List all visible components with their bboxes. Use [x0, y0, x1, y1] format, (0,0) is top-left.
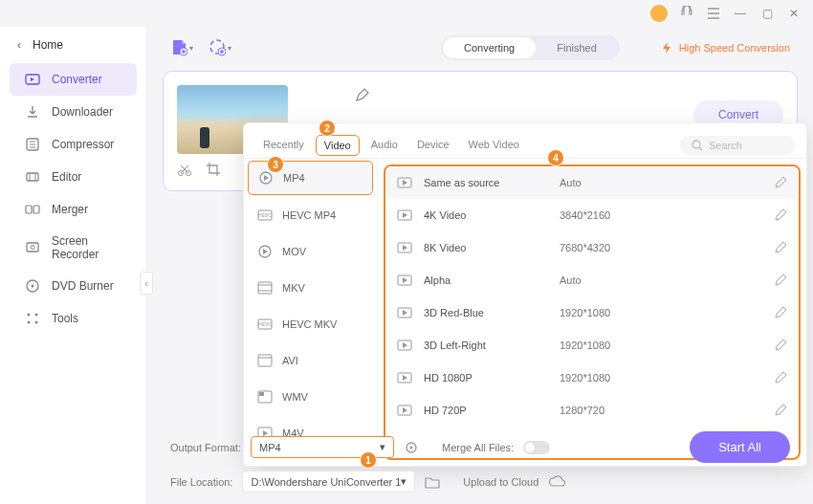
- video-icon: [397, 274, 412, 286]
- edit-preset-icon[interactable]: [774, 404, 787, 417]
- format-hevc-mp4[interactable]: HEVCHEVC MP4: [244, 197, 377, 233]
- avatar[interactable]: [650, 5, 668, 22]
- tab-device[interactable]: Device: [409, 133, 457, 158]
- edit-preset-icon[interactable]: [774, 176, 787, 189]
- svg-point-10: [35, 314, 38, 317]
- video-icon: [397, 372, 412, 383]
- sidebar-item-label: DVD Burner: [52, 279, 114, 293]
- preset-row[interactable]: AlphaAuto: [385, 264, 799, 296]
- sidebar-item-label: Editor: [52, 170, 81, 184]
- tab-converting[interactable]: Converting: [443, 37, 536, 58]
- format-mov[interactable]: MOV: [244, 233, 377, 270]
- back-icon[interactable]: ‹: [17, 38, 21, 52]
- edit-preset-icon[interactable]: [774, 208, 787, 222]
- sidebar-item-merger[interactable]: Merger: [10, 193, 137, 226]
- sidebar-item-downloader[interactable]: Downloader: [10, 96, 137, 128]
- merge-toggle[interactable]: [523, 441, 550, 454]
- upload-cloud-label: Upload to Cloud: [463, 476, 538, 488]
- svg-text:HEVC: HEVC: [258, 212, 272, 218]
- sidebar-item-label: Downloader: [52, 105, 113, 119]
- minimize-button[interactable]: —: [733, 6, 748, 21]
- mp4-icon: [258, 170, 274, 186]
- preset-row[interactable]: 3D Left-Right1920*1080: [385, 329, 799, 362]
- sidebar-item-label: Screen Recorder: [52, 234, 121, 261]
- svg-rect-23: [258, 282, 272, 294]
- sidebar-item-label: Converter: [52, 73, 102, 86]
- tab-web-video[interactable]: Web Video: [461, 133, 527, 158]
- sidebar-item-dvd-burner[interactable]: DVD Burner: [10, 270, 137, 302]
- video-icon: [397, 209, 412, 221]
- edit-preset-icon[interactable]: [774, 371, 787, 384]
- cloud-icon[interactable]: [548, 475, 565, 489]
- video-icon: [397, 340, 412, 351]
- menu-icon[interactable]: [706, 6, 721, 21]
- edit-title-icon[interactable]: [355, 87, 370, 102]
- hevc-mkv-icon: HEVC: [257, 317, 273, 332]
- format-mkv[interactable]: MKV: [244, 270, 377, 306]
- video-icon: [397, 242, 412, 253]
- search-input[interactable]: Search: [680, 136, 795, 155]
- tab-recently[interactable]: Recently: [255, 133, 312, 158]
- crop-icon[interactable]: [206, 162, 221, 177]
- annotation-1: 1: [360, 451, 377, 469]
- edit-preset-icon[interactable]: [774, 274, 787, 287]
- preset-row[interactable]: HD 720P1280*720: [385, 394, 799, 427]
- annotation-2: 2: [319, 120, 336, 137]
- edit-preset-icon[interactable]: [774, 241, 787, 254]
- file-location-select[interactable]: D:\Wondershare UniConverter 1▾: [242, 471, 415, 493]
- preset-row[interactable]: 3D Red-Blue1920*1080: [385, 296, 799, 329]
- start-all-button[interactable]: Start All: [690, 431, 790, 463]
- recorder-icon: [25, 240, 40, 255]
- svg-rect-2: [27, 173, 38, 181]
- tab-audio[interactable]: Audio: [363, 133, 406, 158]
- format-hevc-mkv[interactable]: HEVCHEVC MKV: [244, 306, 377, 342]
- format-popup: Recently Video Audio Device Web Video Se…: [243, 122, 807, 467]
- merge-label: Merge All Files:: [442, 442, 514, 453]
- sidebar-item-tools[interactable]: Tools: [10, 302, 137, 335]
- format-avi[interactable]: AVI: [244, 342, 377, 379]
- preset-row[interactable]: 8K Video7680*4320: [385, 231, 799, 264]
- high-speed-button[interactable]: High Speed Conversion: [660, 41, 790, 55]
- video-icon: [397, 405, 412, 416]
- sidebar: ‹ Home Converter Downloader Compressor E…: [0, 27, 147, 504]
- trim-icon[interactable]: [177, 162, 192, 177]
- chevron-down-icon: ▾: [380, 441, 385, 453]
- tab-video[interactable]: Video: [316, 135, 360, 156]
- hevc-icon: HEVC: [257, 208, 273, 223]
- svg-rect-28: [259, 392, 264, 396]
- svg-point-6: [31, 246, 34, 250]
- sidebar-item-screen-recorder[interactable]: Screen Recorder: [10, 226, 137, 270]
- preset-row[interactable]: 4K Video3840*2160: [385, 199, 799, 231]
- file-location-label: File Location:: [170, 476, 232, 488]
- svg-rect-26: [258, 355, 272, 366]
- sidebar-item-compressor[interactable]: Compressor: [10, 128, 137, 161]
- add-file-button[interactable]: ▾: [170, 36, 193, 59]
- edit-preset-icon[interactable]: [774, 339, 787, 352]
- home-label[interactable]: Home: [33, 38, 63, 52]
- support-icon[interactable]: [679, 6, 694, 21]
- download-icon: [25, 104, 40, 120]
- svg-point-18: [692, 141, 700, 148]
- svg-rect-4: [33, 206, 39, 213]
- converter-icon: [25, 72, 40, 87]
- compressor-icon: [25, 137, 40, 152]
- settings-icon[interactable]: [404, 440, 419, 455]
- add-url-button[interactable]: ▾: [209, 36, 231, 59]
- chevron-down-icon: ▾: [401, 475, 406, 488]
- svg-point-9: [28, 314, 31, 317]
- preset-row[interactable]: HD 1080P1920*1080: [385, 362, 799, 394]
- format-wmv[interactable]: WMV: [244, 379, 377, 415]
- sidebar-item-converter[interactable]: Converter: [10, 63, 137, 96]
- maximize-button[interactable]: ▢: [759, 6, 775, 21]
- tab-finished[interactable]: Finished: [536, 37, 618, 58]
- sidebar-item-editor[interactable]: Editor: [10, 161, 137, 193]
- video-icon: [397, 177, 412, 188]
- tools-icon: [25, 311, 40, 326]
- preset-row[interactable]: Same as sourceAuto: [385, 166, 799, 199]
- edit-preset-icon[interactable]: [774, 306, 787, 319]
- output-format-label: Output Format:: [170, 442, 241, 453]
- annotation-4: 4: [547, 149, 564, 166]
- folder-icon[interactable]: [425, 475, 440, 489]
- close-button[interactable]: ✕: [786, 6, 802, 21]
- svg-point-12: [35, 321, 38, 324]
